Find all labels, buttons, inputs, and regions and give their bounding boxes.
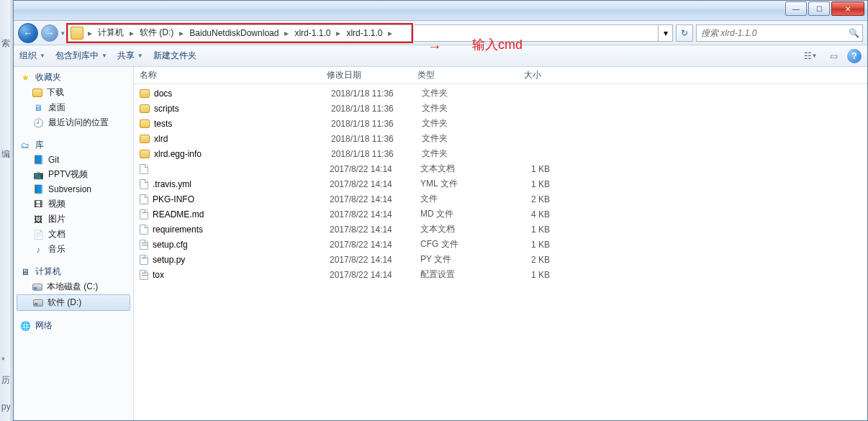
libraries-header[interactable]: 🗂库 (14, 137, 133, 153)
file-icon (140, 255, 148, 265)
breadcrumb-folder-1[interactable]: BaiduNetdiskDownload (185, 25, 283, 41)
file-type: 文本文档 (420, 223, 498, 235)
sidebar-item-recent[interactable]: 🕘最近访问的位置 (14, 115, 133, 130)
file-row[interactable]: tox2017/8/22 14:14配置设置1 KB (134, 267, 867, 282)
file-row[interactable]: README.md2017/8/22 14:14MD 文件4 KB (134, 207, 867, 222)
breadcrumb-sep[interactable]: ▸ (178, 28, 185, 38)
file-type: 文件 (420, 193, 498, 205)
close-button[interactable]: ✕ (831, 1, 864, 16)
file-row[interactable]: setup.py2017/8/22 14:14PY 文件2 KB (134, 252, 867, 267)
sidebar-item-git[interactable]: 📘Git (14, 153, 133, 167)
breadcrumb-sep[interactable]: ▸ (283, 28, 290, 38)
change-view-button[interactable]: ☷▼ (801, 48, 820, 64)
preview-pane-button[interactable]: ▭ (824, 48, 843, 64)
breadcrumb-folder-3[interactable]: xlrd-1.1.0 (342, 25, 386, 41)
new-folder-button[interactable]: 新建文件夹 (153, 50, 196, 62)
favorites-header[interactable]: ★收藏夹 (14, 70, 133, 85)
folder-icon (140, 135, 150, 143)
desktop-icon: 🖥 (32, 102, 44, 114)
file-row[interactable]: 2017/8/22 14:14文本文档1 KB (134, 161, 867, 176)
file-type: 文件夹 (422, 117, 499, 130)
sidebar-item-subversion[interactable]: 📘Subversion (14, 182, 133, 196)
network-header[interactable]: 🌐网络 (14, 318, 133, 333)
background-window-edge: 索 编 * 历 py (0, 0, 13, 421)
column-name[interactable]: 名称 (134, 69, 321, 81)
file-row[interactable]: docs2018/1/18 11:36文件夹 (134, 86, 867, 101)
file-name: scripts (154, 104, 331, 114)
history-dropdown-icon[interactable]: ▾ (61, 30, 65, 37)
sidebar-item-videos[interactable]: 🎞视频 (14, 196, 133, 212)
file-row[interactable]: PKG-INFO2017/8/22 14:14文件2 KB (134, 191, 867, 207)
file-size: 2 KB (498, 194, 550, 204)
file-name: .travis.yml (153, 179, 330, 189)
library-icon: 🗂 (19, 140, 31, 151)
file-row[interactable]: scripts2018/1/18 11:36文件夹 (134, 101, 867, 116)
share-menu[interactable]: 共享▼ (117, 50, 143, 62)
organize-menu[interactable]: 组织▼ (19, 50, 45, 62)
file-list-pane: 名称 修改日期 类型 大小 docs2018/1/18 11:36文件夹scri… (134, 67, 867, 420)
refresh-button[interactable]: ↻ (676, 24, 693, 42)
breadcrumb-sep[interactable]: ▸ (128, 28, 135, 38)
sidebar-item-downloads[interactable]: 下载 (14, 85, 133, 100)
sidebar-item-pictures[interactable]: 🖼图片 (14, 212, 133, 227)
sidebar-item-desktop[interactable]: 🖥桌面 (14, 100, 133, 115)
address-bar[interactable]: ▸ 计算机 ▸ 软件 (D:) ▸ BaiduNetdiskDownload ▸… (68, 24, 412, 42)
sidebar-item-music[interactable]: ♪音乐 (14, 242, 133, 257)
file-date: 2017/8/22 14:14 (330, 179, 420, 189)
file-row[interactable]: xlrd.egg-info2018/1/18 11:36文件夹 (134, 146, 867, 161)
file-type: 文本文档 (420, 163, 498, 175)
folder-icon (140, 119, 150, 128)
file-date: 2017/8/22 14:14 (330, 194, 420, 204)
back-button[interactable]: ← (18, 23, 38, 43)
minimize-button[interactable]: — (785, 1, 807, 16)
file-row[interactable]: xlrd2018/1/18 11:36文件夹 (134, 131, 867, 146)
sidebar-item-documents[interactable]: 📄文档 (14, 227, 133, 242)
column-date[interactable]: 修改日期 (321, 69, 412, 81)
breadcrumb-sep[interactable]: ▸ (86, 28, 94, 38)
breadcrumb-sep[interactable]: ▸ (386, 28, 394, 38)
file-name: docs (154, 89, 331, 99)
address-bar-extension[interactable]: ▾ (415, 24, 673, 42)
file-row[interactable]: .travis.yml2017/8/22 14:14YML 文件1 KB (134, 176, 867, 191)
breadcrumb-folder-2[interactable]: xlrd-1.1.0 (290, 25, 335, 41)
file-name: xlrd.egg-info (154, 149, 331, 159)
file-name: requirements (153, 225, 330, 235)
forward-button[interactable]: → (41, 24, 58, 42)
recent-icon: 🕘 (32, 117, 44, 129)
file-type: 文件夹 (422, 87, 499, 99)
folder-icon (140, 104, 150, 113)
computer-header[interactable]: 🖥计算机 (14, 264, 133, 279)
address-dropdown-icon[interactable]: ▾ (658, 25, 672, 41)
include-in-library-menu[interactable]: 包含到库中▼ (55, 50, 107, 62)
titlebar[interactable]: — ☐ ✕ (14, 1, 867, 21)
help-button[interactable]: ? (847, 49, 862, 63)
document-icon: 📄 (32, 229, 44, 240)
file-type: 配置设置 (420, 268, 498, 281)
file-icon (140, 179, 148, 189)
sidebar-item-pptv[interactable]: 📺PPTV视频 (14, 167, 133, 182)
maximize-button[interactable]: ☐ (808, 1, 830, 16)
file-type: PY 文件 (420, 253, 498, 266)
file-type: MD 文件 (420, 208, 498, 220)
navigation-pane: ★收藏夹 下载 🖥桌面 🕘最近访问的位置 🗂库 📘Git 📺PPTV视频 📘Su… (14, 67, 134, 420)
sidebar-item-drive-d[interactable]: 软件 (D:) (17, 294, 130, 311)
file-type: YML 文件 (420, 178, 498, 190)
breadcrumb-drive[interactable]: 软件 (D:) (135, 25, 178, 41)
file-name: PKG-INFO (153, 194, 330, 204)
computer-icon: 🖥 (19, 266, 31, 278)
file-size: 1 KB (498, 179, 550, 189)
column-type[interactable]: 类型 (412, 69, 489, 81)
file-row[interactable]: setup.cfg2017/8/22 14:14CFG 文件1 KB (134, 237, 867, 252)
file-row[interactable]: requirements2017/8/22 14:14文本文档1 KB (134, 222, 867, 237)
file-row[interactable]: tests2018/1/18 11:36文件夹 (134, 116, 867, 131)
breadcrumb-sep[interactable]: ▸ (335, 28, 342, 38)
folder-icon (140, 150, 150, 158)
column-size[interactable]: 大小 (489, 69, 547, 81)
search-input[interactable] (700, 27, 849, 39)
network-icon: 🌐 (19, 320, 31, 332)
sidebar-item-drive-c[interactable]: 本地磁盘 (C:) (14, 279, 133, 294)
search-icon[interactable]: 🔍 (849, 28, 859, 38)
breadcrumb-computer[interactable]: 计算机 (94, 25, 128, 41)
search-box[interactable]: 🔍 (696, 24, 863, 42)
file-date: 2017/8/22 14:14 (330, 270, 420, 280)
